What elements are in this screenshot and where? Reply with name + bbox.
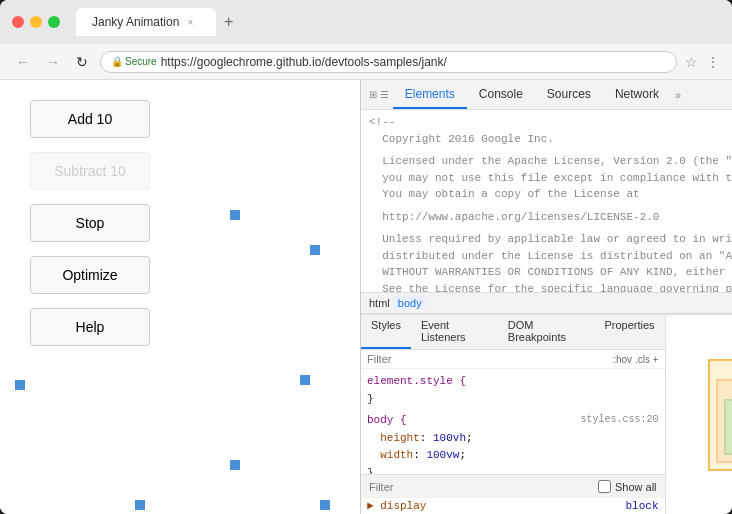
display-val: block — [626, 500, 659, 512]
new-tab-button[interactable]: + — [224, 13, 233, 31]
computed-filter-bar: Show all — [361, 474, 665, 498]
breadcrumb-bar: html body — [361, 292, 732, 314]
devtools-tab-bar: ⊞ ☰ Elements Console Sources Network » ●… — [361, 80, 732, 110]
style-selector: body { — [367, 414, 407, 426]
tab-console[interactable]: Console — [467, 81, 535, 109]
webpage-controls: Add 10 Subtract 10 Stop Optimize Help — [0, 80, 360, 366]
styles-tab-dom-breakpoints[interactable]: DOM Breakpoints — [498, 315, 595, 349]
styles-tabs: Styles Event Listeners DOM Breakpoints P… — [361, 315, 665, 350]
webpage-panel: Add 10 Subtract 10 Stop Optimize Help — [0, 80, 360, 514]
tab-title: Janky Animation — [92, 15, 179, 29]
tab-sources[interactable]: Sources — [535, 81, 603, 109]
code-line: You may obtain a copy of the License at — [361, 186, 732, 203]
style-val: 100vh — [433, 432, 466, 444]
style-prop: height — [380, 432, 420, 444]
code-panel: <!-- Copyright 2016 Google Inc. Licensed… — [361, 110, 732, 292]
traffic-lights — [12, 16, 60, 28]
box-margin: margin border padding 514 × 627 — [708, 359, 732, 471]
tab-close-button[interactable]: × — [187, 17, 193, 28]
optimize-button[interactable]: Optimize — [30, 256, 150, 294]
styles-area: Styles Event Listeners DOM Breakpoints P… — [361, 314, 732, 514]
devtools-panel: ⊞ ☰ Elements Console Sources Network » ●… — [360, 80, 732, 514]
box-model: margin border padding 514 × 627 — [666, 315, 732, 514]
nav-bar: ← → ↻ 🔒 Secure https://googlechrome.gith… — [0, 44, 732, 80]
style-source: styles.css:20 — [581, 412, 659, 428]
help-button[interactable]: Help — [30, 308, 150, 346]
menu-icon[interactable]: ⋮ — [706, 54, 720, 70]
style-brace: } — [367, 467, 374, 474]
url-text: https://googlechrome.github.io/devtools-… — [161, 55, 447, 69]
browser-window: Janky Animation × + ← → ↻ 🔒 Secure https… — [0, 0, 732, 514]
back-button[interactable]: ← — [12, 52, 34, 72]
address-bar[interactable]: 🔒 Secure https://googlechrome.github.io/… — [100, 51, 677, 73]
tab-bar: Janky Animation × + — [76, 8, 720, 36]
code-line: Licensed under the Apache License, Versi… — [361, 153, 732, 170]
tab-network[interactable]: Network — [603, 81, 671, 109]
style-selector: element.style { — [367, 375, 466, 387]
animation-dot — [230, 460, 240, 470]
breadcrumb-html[interactable]: html — [369, 297, 390, 309]
styles-filter-input[interactable] — [367, 353, 609, 365]
box-border: border padding 514 × 627 — [716, 379, 732, 463]
animation-dot — [15, 380, 25, 390]
animation-dot — [230, 210, 240, 220]
styles-tab-event-listeners[interactable]: Event Listeners — [411, 315, 498, 349]
styles-content: element.style { } body { styles.css:20 h… — [361, 369, 665, 474]
code-line: http://www.apache.org/licenses/LICENSE-2… — [361, 209, 732, 226]
animation-dot — [135, 500, 145, 510]
computed-filter-input[interactable] — [369, 481, 590, 493]
maximize-button[interactable] — [48, 16, 60, 28]
code-line: distributed under the License is distrib… — [361, 248, 732, 265]
animation-dot — [300, 375, 310, 385]
bookmark-icon[interactable]: ☆ — [685, 54, 698, 70]
subtract-10-button[interactable]: Subtract 10 — [30, 152, 150, 190]
minimize-button[interactable] — [30, 16, 42, 28]
code-line: you may not use this file except in comp… — [361, 170, 732, 187]
style-rule-body: body { styles.css:20 height: 100vh; widt… — [367, 412, 659, 474]
reload-button[interactable]: ↻ — [72, 52, 92, 72]
title-bar: Janky Animation × + — [0, 0, 732, 44]
styles-tab-properties[interactable]: Properties — [594, 315, 664, 349]
code-line: WITHOUT WARRANTIES OR CONDITIONS OF ANY … — [361, 264, 732, 281]
stop-button[interactable]: Stop — [30, 204, 150, 242]
forward-button[interactable]: → — [42, 52, 64, 72]
code-line: <!-- — [361, 114, 732, 131]
hov-cls-buttons[interactable]: :hov .cls + — [613, 354, 658, 365]
border-label: border — [724, 387, 732, 397]
show-all-checkbox[interactable] — [598, 480, 611, 493]
browser-tab[interactable]: Janky Animation × — [76, 8, 216, 36]
animation-dot — [320, 500, 330, 510]
style-prop: width — [380, 449, 413, 461]
display-property-row: ► display block — [361, 498, 665, 514]
style-val: 100vw — [426, 449, 459, 461]
styles-filter-bar: :hov .cls + — [361, 350, 665, 369]
code-line: Copyright 2016 Google Inc. — [361, 131, 732, 148]
style-brace: } — [367, 393, 374, 405]
close-button[interactable] — [12, 16, 24, 28]
code-line: See the License for the specific languag… — [361, 281, 732, 293]
code-line: Unless required by applicable law or agr… — [361, 231, 732, 248]
margin-label: margin — [716, 367, 732, 377]
devtools-toggle-icon[interactable]: ⊞ ☰ — [365, 89, 393, 100]
secure-badge: 🔒 Secure — [111, 56, 157, 67]
show-all-label[interactable]: Show all — [598, 480, 657, 493]
more-tabs-icon[interactable]: » — [671, 89, 685, 101]
tab-elements[interactable]: Elements — [393, 81, 467, 109]
animation-dot — [310, 245, 320, 255]
add-10-button[interactable]: Add 10 — [30, 100, 150, 138]
box-padding: padding 514 × 627 — [724, 399, 732, 455]
style-rule: element.style { } — [367, 373, 659, 408]
styles-tab-styles[interactable]: Styles — [361, 315, 411, 349]
breadcrumb-body[interactable]: body — [394, 296, 426, 310]
content-area: Add 10 Subtract 10 Stop Optimize Help ⊞ … — [0, 80, 732, 514]
styles-panel: Styles Event Listeners DOM Breakpoints P… — [361, 315, 666, 514]
display-prop: ► display — [367, 500, 426, 512]
nav-icons: ☆ ⋮ — [685, 54, 720, 70]
